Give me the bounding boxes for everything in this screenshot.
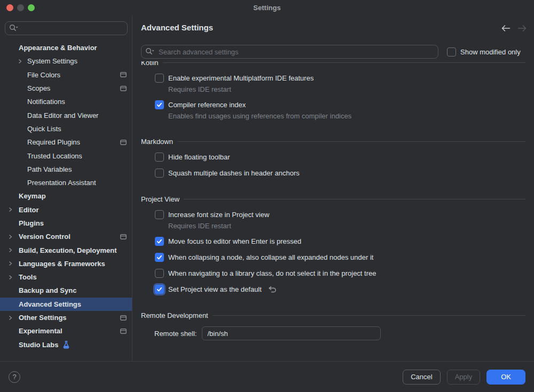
setting-note: Requires IDE restart [168, 222, 534, 230]
checkbox[interactable] [447, 47, 456, 57]
advanced-search-input[interactable] [158, 47, 434, 57]
checkbox[interactable] [155, 253, 164, 262]
sidebar-item-appearance-behavior[interactable]: Appearance & Behavior [0, 41, 132, 54]
section-title: Markdown [141, 138, 173, 146]
sidebar-item-build-execution-deployment[interactable]: Build, Execution, Deployment [0, 243, 132, 257]
show-modified-only-checkbox[interactable]: Show modified only [447, 45, 521, 59]
chevron-right-icon [8, 234, 13, 239]
sidebar-item-label: Editor [19, 206, 39, 214]
sidebar-item-path-variables[interactable]: Path Variables [0, 163, 132, 176]
sidebar-item-label: Appearance & Behavior [19, 44, 97, 52]
checkbox[interactable] [155, 169, 164, 178]
setting-label: Increase font size in Project view [168, 211, 269, 219]
settings-panel-icon [120, 234, 127, 239]
forward-arrow-icon[interactable] [517, 25, 527, 33]
field-label: Remote shell: [154, 330, 197, 338]
apply-button[interactable]: Apply [447, 370, 481, 385]
reset-to-default-icon[interactable] [268, 286, 277, 293]
sidebar-item-file-colors[interactable]: File Colors [0, 68, 132, 82]
sidebar-item-label: Presentation Assistant [27, 179, 96, 187]
section-title: Kotlin [141, 61, 159, 67]
sidebar-item-experimental[interactable]: Experimental [0, 324, 132, 338]
setting-row-when-navigating-to-a-library-class-do-not-select-it-in-the-project-tree[interactable]: When navigating to a library class, do n… [155, 268, 534, 278]
settings-scroll-area[interactable]: KotlinEnable experimental Multiplatform … [132, 61, 534, 361]
sidebar-item-label: Notifications [27, 98, 65, 106]
sidebar-item-version-control[interactable]: Version Control [0, 230, 132, 243]
sidebar-item-system-settings[interactable]: System Settings [0, 54, 132, 68]
checkbox[interactable] [155, 74, 164, 83]
remote-shell-input[interactable] [202, 326, 381, 340]
sidebar-item-label: Build, Execution, Deployment [19, 246, 116, 254]
search-icon [9, 24, 18, 33]
sidebar-item-label: Quick Lists [27, 125, 61, 133]
minimize-window-button[interactable] [17, 4, 24, 11]
settings-tree: Appearance & BehaviorSystem SettingsFile… [0, 41, 132, 351]
flask-icon [62, 341, 70, 349]
show-modified-only-label: Show modified only [460, 48, 521, 56]
cancel-button[interactable]: Cancel [403, 370, 440, 385]
setting-row-when-collapsing-a-node-also-collapse-all-expanded-nodes-under-it[interactable]: When collapsing a node, also collapse al… [155, 252, 534, 262]
sidebar-item-backup-and-sync[interactable]: Backup and Sync [0, 284, 132, 297]
sidebar-item-label: Plugins [19, 219, 44, 227]
sidebar-item-label: Scopes [27, 84, 50, 92]
sidebar-item-required-plugins[interactable]: Required Plugins [0, 135, 132, 149]
section-title: Project View [141, 195, 179, 203]
sidebar-item-label: Trusted Locations [27, 152, 82, 160]
sidebar-item-studio-labs[interactable]: Studio Labs [0, 338, 132, 351]
sidebar-search-box[interactable] [5, 21, 128, 35]
close-window-button[interactable] [6, 4, 13, 11]
sidebar-item-trusted-locations[interactable]: Trusted Locations [0, 149, 132, 162]
sidebar-item-scopes[interactable]: Scopes [0, 82, 132, 95]
dialog-footer: ? Cancel Apply OK [0, 361, 534, 392]
sidebar-search-input[interactable] [21, 24, 123, 33]
sidebar-item-label: Studio Labs [19, 341, 58, 349]
setting-row-move-focus-to-editor-when-enter-is-pressed[interactable]: Move focus to editor when Enter is press… [155, 236, 534, 246]
setting-label: When navigating to a library class, do n… [168, 269, 376, 277]
checkbox[interactable] [155, 269, 164, 278]
checkbox[interactable] [155, 285, 164, 294]
zoom-window-button[interactable] [28, 4, 35, 11]
search-icon [145, 47, 154, 57]
checkbox[interactable] [155, 210, 164, 219]
advanced-search-box[interactable] [141, 45, 438, 59]
sidebar-item-keymap[interactable]: Keymap [0, 189, 132, 203]
setting-note: Requires IDE restart [168, 85, 534, 94]
sidebar-item-languages-frameworks[interactable]: Languages & Frameworks [0, 257, 132, 270]
section-project-view: Project ViewIncrease font size in Projec… [132, 194, 534, 294]
section-title: Remote Development [141, 311, 208, 319]
sidebar-item-quick-lists[interactable]: Quick Lists [0, 122, 132, 135]
checkbox[interactable] [155, 100, 164, 109]
setting-row-enable-experimental-multiplatform-ide-features[interactable]: Enable experimental Multiplatform IDE fe… [155, 73, 534, 83]
setting-row-increase-font-size-in-project-view[interactable]: Increase font size in Project view [155, 209, 534, 220]
setting-label: Squash multiple dashes in header anchors [168, 169, 300, 177]
setting-row-compiler-reference-index[interactable]: Compiler reference index [155, 99, 534, 110]
back-arrow-icon[interactable] [501, 25, 511, 33]
checkbox[interactable] [155, 237, 164, 246]
settings-panel-icon [120, 329, 127, 334]
sidebar-item-editor[interactable]: Editor [0, 203, 132, 217]
sidebar-item-label: Required Plugins [27, 138, 80, 146]
setting-row-hide-floating-toolbar[interactable]: Hide floating toolbar [155, 151, 534, 162]
sidebar-item-tools[interactable]: Tools [0, 270, 132, 284]
sidebar-item-notifications[interactable]: Notifications [0, 95, 132, 108]
sidebar-item-plugins[interactable]: Plugins [0, 217, 132, 230]
section-header: Markdown [141, 137, 525, 146]
ok-button[interactable]: OK [486, 370, 525, 385]
chevron-right-icon [8, 315, 13, 320]
setting-row-squash-multiple-dashes-in-header-anchors[interactable]: Squash multiple dashes in header anchors [155, 167, 534, 178]
sidebar-item-presentation-assistant[interactable]: Presentation Assistant [0, 176, 132, 189]
sidebar-item-label: Languages & Frameworks [19, 260, 105, 268]
content-pane: Advanced Settings Show modified only Ko [132, 15, 534, 361]
sidebar-item-label: Tools [19, 273, 37, 281]
sidebar-item-label: Version Control [19, 233, 70, 241]
chevron-right-icon [8, 275, 13, 279]
sidebar-item-advanced-settings[interactable]: Advanced Settings [0, 298, 132, 311]
sidebar-item-data-editor-and-viewer[interactable]: Data Editor and Viewer [0, 108, 132, 122]
setting-row-set-project-view-as-the-default[interactable]: Set Project view as the default [155, 284, 534, 294]
help-button[interactable]: ? [9, 371, 20, 383]
checkbox[interactable] [155, 153, 164, 162]
sidebar-item-other-settings[interactable]: Other Settings [0, 311, 132, 324]
setting-note: Enables find usages using references fro… [168, 112, 534, 121]
sidebar-item-label: System Settings [27, 57, 77, 65]
settings-panel-icon [120, 315, 127, 321]
